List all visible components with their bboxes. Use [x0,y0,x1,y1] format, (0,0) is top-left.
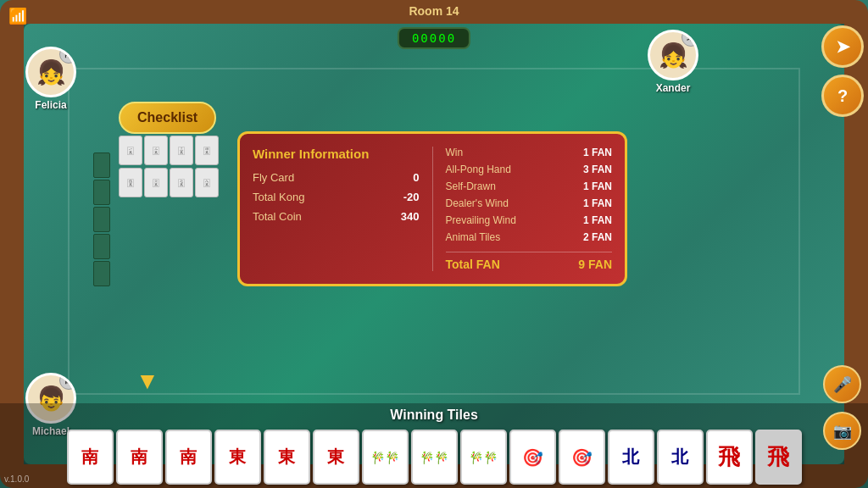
exit-button[interactable]: ➤ [821,25,864,68]
table-tile: 🀍 [170,168,193,197]
allpong-label: All-Pong Hand [446,164,511,175]
table-tile: 🀎 [195,168,219,197]
winner-panel: Winner Information Fly Card 0 Total Kong… [237,131,627,286]
total-kong-label: Total Kong [253,191,304,203]
score-display: 00000 [398,27,470,49]
total-kong-row: Total Kong -20 [253,191,420,203]
total-fan-row: Total FAN 9 FAN [446,252,613,271]
tile-row-1: 🀇 🀈 🀉 🀊 [119,136,219,165]
total-fan-value: 9 FAN [578,258,612,271]
animal-fan-row: Animal Tiles 2 FAN [446,231,613,243]
player-name-xander: Xander [656,82,691,94]
prevwind-fan-row: Prevailing Wind 1 FAN [446,214,613,226]
help-button[interactable]: ? [821,75,864,117]
checklist-button[interactable]: Checklist [119,102,216,134]
total-fan-label: Total FAN [446,258,500,271]
animal-value: 2 FAN [583,231,612,243]
table-tile: 🀇 [119,136,142,165]
win-label: Win [446,147,464,158]
green-tile [93,207,110,232]
player-felicia: 👧 南 Felicia [25,47,76,111]
dealerswind-fan-row: Dealer's Wind 1 FAN [446,197,613,209]
win-fan-row: Win 1 FAN [446,147,613,158]
tile-row-2: 🀋 🀌 🀍 🀎 [119,168,219,197]
tile-bamboo-1: 🎋🎋 [362,430,409,485]
table-tile: 🀉 [170,136,193,165]
right-buttons: ➤ ? [821,25,864,117]
tile-bamboo-2: 🎋🎋 [411,430,458,485]
selfdrawn-label: Self-Drawn [446,180,496,192]
table-tile: 🀊 [195,136,219,165]
total-coin-value: 340 [401,210,420,223]
player-xander: 👧 東 Xander [648,30,698,94]
table-tile: 🀋 [119,168,142,197]
fly-card-value: 0 [413,171,419,184]
tile-north-2: 北 [657,430,704,485]
fly-card-label: Fly Card [253,171,294,184]
green-tile [93,234,110,259]
tile-fly-1: 飛 [706,430,753,485]
table-tiles-area: 🀇 🀈 🀉 🀊 🀋 🀌 🀍 🀎 [119,136,219,197]
winner-right-section: Win 1 FAN All-Pong Hand 3 FAN Self-Drawn… [433,147,613,271]
tile-north-1: 北 [608,430,654,485]
tile-bamboo-3: 🎋🎋 [460,430,507,485]
total-coin-label: Total Coin [253,210,302,223]
wind-badge-michael: 西 [59,373,76,390]
selfdrawn-value: 1 FAN [583,180,612,192]
green-tile [93,180,110,205]
prevwind-label: Prevailing Wind [446,214,516,226]
table-tile: 🀌 [144,168,168,197]
prevwind-value: 1 FAN [583,214,612,226]
allpong-value: 3 FAN [583,164,612,175]
tile-south-1: 南 [67,430,114,485]
camera-button[interactable]: 📷 [823,412,861,450]
tiles-row: 南 南 南 東 東 東 🎋🎋 🎋🎋 🎋🎋 🎯 🎯 北 北 飛 飛 [0,425,868,488]
total-coin-row: Total Coin 340 [253,210,420,223]
mute-button[interactable]: 🎤 [823,365,861,403]
tile-east-2: 東 [264,430,310,485]
green-tile [93,152,110,178]
tile-east-1: 東 [214,430,261,485]
avatar-felicia: 👧 南 [25,47,76,97]
total-kong-value: -20 [403,191,420,203]
win-value: 1 FAN [583,147,612,158]
tile-fly-2: 飛 [755,430,802,485]
wind-badge-felicia: 南 [59,47,76,64]
winner-title: Winner Information [253,147,420,161]
allpong-fan-row: All-Pong Hand 3 FAN [446,164,613,175]
winner-left-section: Winner Information Fly Card 0 Total Kong… [253,147,433,271]
dealerswind-value: 1 FAN [583,197,612,209]
dealerswind-label: Dealer's Wind [446,197,509,209]
tile-south-2: 南 [116,430,163,485]
wind-badge-xander: 東 [682,30,698,47]
room-label: Room 14 [409,4,459,18]
green-tile [93,261,110,286]
tile-circle-1: 🎯 [509,430,556,485]
winning-tiles-label: Winning Tiles [0,403,868,425]
version-label: v.1.0.0 [4,474,29,484]
fly-card-row: Fly Card 0 [253,171,420,184]
selfdrawn-fan-row: Self-Drawn 1 FAN [446,180,613,192]
winning-tiles-area: Winning Tiles 南 南 南 東 東 東 🎋🎋 🎋🎋 🎋🎋 🎯 🎯 北… [0,403,868,488]
tile-east-3: 東 [313,430,359,485]
table-tile: 🀈 [144,136,168,165]
player-name-felicia: Felicia [35,99,66,111]
tile-south-3: 南 [165,430,212,485]
tile-circle-2: 🎯 [559,430,605,485]
avatar-xander: 👧 東 [648,30,698,80]
green-tile-stack [93,152,110,286]
animal-label: Animal Tiles [446,231,501,243]
wifi-icon: 📶 [8,7,27,25]
arrow-indicator: ▼ [136,368,159,395]
